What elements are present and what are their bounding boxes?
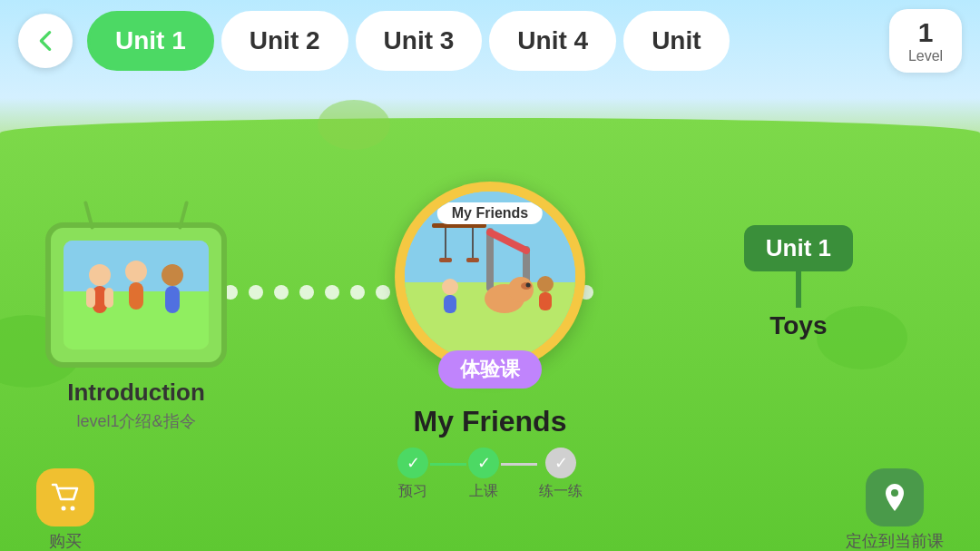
svg-point-24 [442, 279, 458, 295]
tab-unit3[interactable]: Unit 3 [356, 11, 483, 71]
lesson-circle-outer: My Friends [395, 182, 585, 372]
svg-rect-4 [86, 288, 95, 308]
tab-unit2[interactable]: Unit 2 [221, 11, 348, 71]
shop-icon [36, 468, 94, 526]
svg-rect-18 [439, 258, 452, 262]
svg-point-30 [891, 489, 898, 497]
svg-point-28 [62, 507, 66, 511]
step-line-1 [430, 463, 466, 466]
shop-label: 购买 [49, 530, 82, 551]
tv-frame [45, 222, 227, 368]
svg-rect-27 [539, 292, 552, 310]
svg-point-2 [89, 264, 111, 286]
svg-rect-25 [444, 295, 456, 313]
step-line-2 [501, 463, 537, 466]
unit-sign-pole [796, 271, 801, 308]
unit-sign-label: Unit 1 [744, 225, 853, 271]
tab-unit5[interactable]: Unit [623, 11, 729, 71]
location-icon [866, 468, 924, 526]
svg-point-26 [537, 276, 554, 292]
svg-point-21 [508, 277, 534, 302]
tv-screen [64, 241, 209, 349]
svg-rect-9 [165, 286, 180, 313]
tab-unit1[interactable]: Unit 1 [87, 11, 214, 71]
level-number: 1 [918, 17, 934, 48]
svg-rect-7 [129, 282, 143, 310]
intro-title: Introduction [67, 379, 205, 407]
svg-point-8 [162, 264, 183, 286]
tv-illustration [64, 241, 209, 349]
tv-antenna-left [83, 201, 94, 230]
lesson-title: My Friends [414, 405, 567, 438]
intro-subtitle: level1介绍&指令 [76, 410, 195, 432]
level-text: Level [908, 48, 943, 64]
svg-rect-5 [104, 288, 113, 308]
lesson-badge: 体验课 [438, 350, 542, 389]
svg-point-23 [526, 283, 531, 288]
svg-point-29 [71, 507, 75, 511]
level-badge: 1 Level [889, 9, 962, 73]
lesson-circle-container[interactable]: My Friends [395, 182, 585, 501]
svg-point-6 [125, 261, 147, 282]
bottom-toolbar: 购买 定位到当前课 [0, 469, 980, 551]
playground-scene: My Friends [405, 192, 575, 362]
tv-antenna-right [178, 201, 189, 230]
lesson-circle-inner: My Friends [405, 192, 575, 362]
circle-header-text: My Friends [437, 202, 543, 224]
back-button[interactable] [18, 14, 73, 68]
location-label: 定位到当前课 [846, 530, 944, 551]
unit-tabs: Unit 1 Unit 2 Unit 3 Unit 4 Unit [87, 11, 889, 71]
top-navigation: Unit 1 Unit 2 Unit 3 Unit 4 Unit 1 Level [0, 0, 980, 82]
svg-rect-19 [466, 258, 479, 262]
shop-button[interactable]: 购买 [36, 468, 94, 551]
unit-sign-title: Toys [769, 311, 827, 340]
intro-card[interactable]: Introduction level1介绍&指令 [45, 222, 227, 432]
location-button[interactable]: 定位到当前课 [846, 468, 944, 551]
tab-unit4[interactable]: Unit 4 [489, 11, 616, 71]
unit-sign: Unit 1 Toys [744, 225, 853, 340]
